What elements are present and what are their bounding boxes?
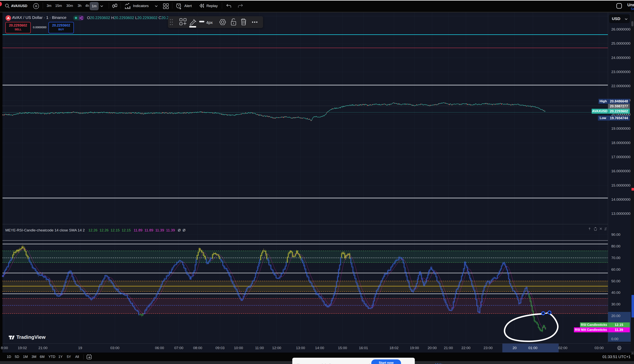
svg-text:4px: 4px [206,20,213,24]
